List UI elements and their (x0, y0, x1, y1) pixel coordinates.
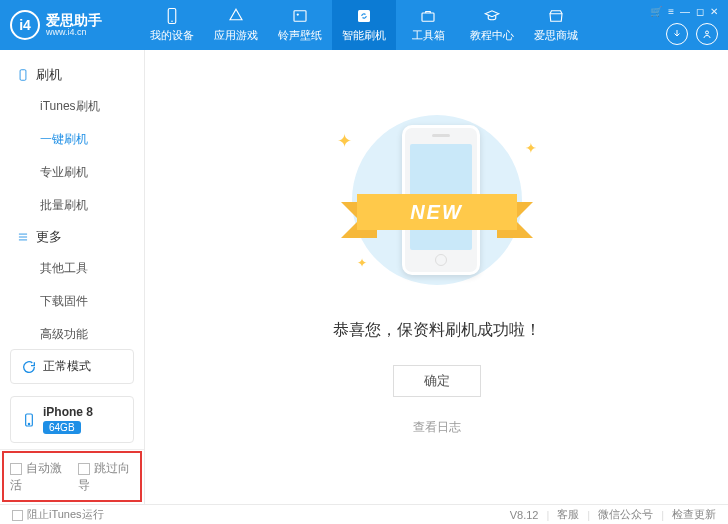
svg-rect-7 (20, 70, 26, 81)
graduation-icon (483, 7, 501, 25)
refresh-icon (21, 359, 37, 375)
svg-rect-4 (358, 10, 370, 22)
check-update-link[interactable]: 检查更新 (672, 507, 716, 522)
device-box[interactable]: iPhone 8 64GB (10, 396, 134, 443)
brand-site: www.i4.cn (46, 27, 102, 37)
svg-point-6 (706, 31, 709, 34)
sidebar-item-pro-flash[interactable]: 专业刷机 (0, 156, 144, 189)
svg-rect-2 (294, 11, 306, 22)
nav-label: 工具箱 (412, 28, 445, 43)
wechat-link[interactable]: 微信公众号 (598, 507, 653, 522)
nav-label: 教程中心 (470, 28, 514, 43)
nav-label: 我的设备 (150, 28, 194, 43)
nav-label: 铃声壁纸 (278, 28, 322, 43)
svg-point-1 (171, 21, 173, 23)
sidebar-footer: 自动激活 跳过向导 (0, 449, 144, 504)
app-logo: i4 爱思助手 www.i4.cn (10, 10, 140, 40)
user-icon[interactable] (696, 23, 718, 45)
status-bar: 阻止iTunes运行 V8.12 | 客服 | 微信公众号 | 检查更新 (0, 504, 728, 524)
block-itunes-checkbox[interactable]: 阻止iTunes运行 (12, 507, 104, 522)
window-controls: 🛒 ≡ — ◻ ✕ (650, 6, 718, 45)
skip-wizard-checkbox[interactable]: 跳过向导 (78, 460, 134, 494)
success-illustration: ✦ ✦ ✦ NEW (327, 110, 547, 290)
sidebar-group-flash: 刷机 (0, 60, 144, 90)
logo-icon: i4 (10, 10, 40, 40)
sidebar-item-advanced[interactable]: 高级功能 (0, 318, 144, 343)
sidebar-item-batch-flash[interactable]: 批量刷机 (0, 189, 144, 222)
view-log-link[interactable]: 查看日志 (413, 419, 461, 436)
phone-icon (16, 68, 30, 82)
ok-button[interactable]: 确定 (393, 365, 481, 397)
sidebar-item-other-tools[interactable]: 其他工具 (0, 252, 144, 285)
maximize-button[interactable]: ◻ (696, 6, 704, 17)
sidebar-item-itunes-flash[interactable]: iTunes刷机 (0, 90, 144, 123)
svg-point-3 (297, 13, 299, 15)
apps-icon (227, 7, 245, 25)
nav-apps[interactable]: 应用游戏 (204, 0, 268, 50)
main-area: 刷机 iTunes刷机 一键刷机 专业刷机 批量刷机 更多 其他工具 下载固件 … (0, 50, 728, 504)
nav-label: 智能刷机 (342, 28, 386, 43)
group-title: 刷机 (36, 66, 62, 84)
content-pane: ✦ ✦ ✦ NEW 恭喜您，保资料刷机成功啦！ 确定 查看日志 (145, 50, 728, 504)
menu-icon (16, 230, 30, 244)
nav-toolbox[interactable]: 工具箱 (396, 0, 460, 50)
nav-tutorials[interactable]: 教程中心 (460, 0, 524, 50)
toolbox-icon (419, 7, 437, 25)
nav-store[interactable]: 爱思商城 (524, 0, 588, 50)
svg-rect-5 (422, 13, 434, 21)
auto-activate-checkbox[interactable]: 自动激活 (10, 460, 66, 494)
download-icon[interactable] (666, 23, 688, 45)
title-bar: i4 爱思助手 www.i4.cn 我的设备 应用游戏 铃声壁纸 智能刷机 工具… (0, 0, 728, 50)
nav-label: 应用游戏 (214, 28, 258, 43)
sidebar-group-more: 更多 (0, 222, 144, 252)
nav-my-device[interactable]: 我的设备 (140, 0, 204, 50)
svg-point-9 (28, 423, 29, 424)
nav-label: 爱思商城 (534, 28, 578, 43)
top-nav: 我的设备 应用游戏 铃声壁纸 智能刷机 工具箱 教程中心 爱思商城 (140, 0, 650, 50)
sidebar-item-one-click-flash[interactable]: 一键刷机 (0, 123, 144, 156)
phone-icon (21, 412, 37, 428)
version-label: V8.12 (510, 509, 539, 521)
close-button[interactable]: ✕ (710, 6, 718, 17)
nav-flash[interactable]: 智能刷机 (332, 0, 396, 50)
support-link[interactable]: 客服 (557, 507, 579, 522)
device-name: iPhone 8 (43, 405, 93, 419)
minimize-button[interactable]: — (680, 6, 690, 17)
cart-icon[interactable]: 🛒 (650, 6, 662, 17)
sidebar: 刷机 iTunes刷机 一键刷机 专业刷机 批量刷机 更多 其他工具 下载固件 … (0, 50, 145, 504)
sidebar-item-download-firmware[interactable]: 下载固件 (0, 285, 144, 318)
mode-box[interactable]: 正常模式 (10, 349, 134, 384)
group-title: 更多 (36, 228, 62, 246)
image-icon (291, 7, 309, 25)
brand-name: 爱思助手 (46, 13, 102, 27)
menu-icon[interactable]: ≡ (668, 6, 674, 17)
mode-label: 正常模式 (43, 358, 91, 375)
refresh-icon (355, 7, 373, 25)
new-ribbon: NEW (337, 188, 537, 238)
store-icon (547, 7, 565, 25)
nav-ringtones[interactable]: 铃声壁纸 (268, 0, 332, 50)
device-capacity-badge: 64GB (43, 421, 81, 434)
phone-icon (163, 7, 181, 25)
success-message: 恭喜您，保资料刷机成功啦！ (333, 320, 541, 341)
